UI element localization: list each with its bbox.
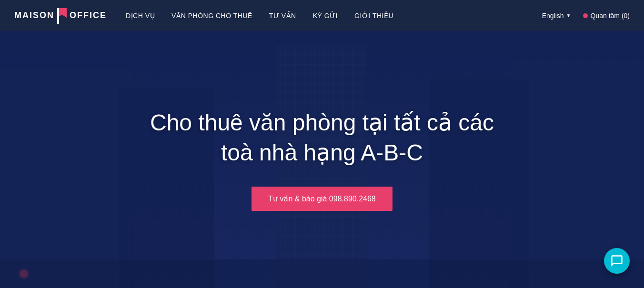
- quan-tam-dot-icon: [583, 13, 588, 18]
- quan-tam-label: Quan tâm (0): [591, 12, 630, 20]
- hero-cta-button[interactable]: Tư vấn & báo giá 098.890.2468: [252, 187, 392, 211]
- nav-item-ky-gui[interactable]: KÝ GỬI: [313, 11, 338, 20]
- nav-item-gioi-thieu[interactable]: GIỚI THIỆU: [354, 11, 393, 20]
- logo[interactable]: MAISON OFFICE: [14, 7, 107, 24]
- logo-icon: [55, 7, 69, 24]
- nav-link-ky-gui[interactable]: KÝ GỬI: [313, 12, 338, 20]
- hero-section: Cho thuê văn phòng tại tất cả các toà nh…: [0, 31, 644, 288]
- chat-button[interactable]: [604, 248, 630, 274]
- navbar-right: English ▼ Quan tâm (0): [542, 12, 630, 20]
- nav-item-van-phong[interactable]: VĂN PHÒNG CHO THUÊ: [171, 11, 252, 20]
- nav-link-dich-vu[interactable]: DỊCH VỤ: [126, 12, 155, 20]
- hero-content: Cho thuê văn phòng tại tất cả các toà nh…: [150, 108, 494, 211]
- nav-links: DỊCH VỤ VĂN PHÒNG CHO THUÊ TƯ VẤN KÝ GỬI…: [126, 11, 393, 20]
- hero-title-line1: Cho thuê văn phòng tại tất cả các: [150, 110, 494, 135]
- navbar-left: MAISON OFFICE DỊCH VỤ VĂN PHÒNG CHO THUÊ…: [14, 7, 393, 24]
- nav-link-van-phong[interactable]: VĂN PHÒNG CHO THUÊ: [171, 12, 252, 20]
- chevron-down-icon: ▼: [566, 13, 571, 18]
- nav-item-tu-van[interactable]: TƯ VẤN: [269, 11, 296, 20]
- language-selector[interactable]: English ▼: [542, 12, 571, 20]
- nav-link-tu-van[interactable]: TƯ VẤN: [269, 12, 296, 20]
- navbar: MAISON OFFICE DỊCH VỤ VĂN PHÒNG CHO THUÊ…: [0, 0, 644, 31]
- chat-icon: [610, 254, 624, 268]
- hero-title: Cho thuê văn phòng tại tất cả các toà nh…: [150, 108, 494, 168]
- language-label: English: [542, 12, 564, 20]
- logo-maison-text: MAISON: [14, 10, 54, 20]
- nav-item-dich-vu[interactable]: DỊCH VỤ: [126, 11, 155, 20]
- hero-title-line2: toà nhà hạng A-B-C: [221, 140, 423, 165]
- logo-office-text: OFFICE: [70, 10, 107, 20]
- svg-rect-2: [57, 8, 59, 24]
- nav-link-gioi-thieu[interactable]: GIỚI THIỆU: [354, 12, 393, 20]
- quan-tam-button[interactable]: Quan tâm (0): [583, 12, 630, 20]
